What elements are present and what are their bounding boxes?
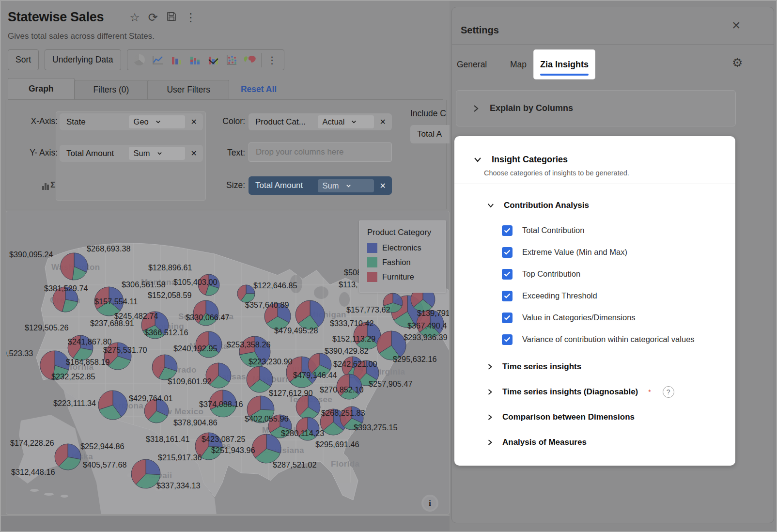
- checkbox-checked-icon[interactable]: [502, 291, 513, 301]
- sales-value-label: $405,577.68: [83, 460, 127, 469]
- bar-chart-icon[interactable]: [167, 51, 186, 69]
- collapsed-section-row[interactable]: Time series insights: [487, 354, 720, 379]
- legend-entry: Fashion: [367, 257, 439, 267]
- remove-size-icon[interactable]: ✕: [378, 181, 388, 190]
- checkbox-checked-icon[interactable]: [502, 334, 513, 345]
- summary-sigma-icon[interactable]: Σ: [42, 180, 55, 190]
- state-pie[interactable]: [252, 434, 281, 463]
- sales-value-label: $152,058.59: [148, 291, 192, 299]
- sales-value-label: $295,632.16: [393, 355, 437, 363]
- state-pie[interactable]: [152, 355, 177, 380]
- include-column-pill[interactable]: Total A: [410, 125, 450, 143]
- size-pill[interactable]: Total Amount Sum ✕: [249, 176, 392, 195]
- required-asterisk: *: [648, 388, 651, 396]
- color-label: Color:: [202, 116, 245, 126]
- legend-swatch: [367, 257, 377, 267]
- chart-config-panel: X-Axis: State Geo ✕ Y- Axis: Total Amoun…: [5, 100, 447, 209]
- y-axis-pill[interactable]: Total Amount Sum ✕: [60, 145, 203, 162]
- pie-chart-icon[interactable]: [130, 51, 149, 69]
- sales-value-label: $378,904.86: [173, 418, 218, 427]
- line-chart-icon[interactable]: [149, 51, 167, 69]
- report-area: Statewise Sales ☆ ⟳ ⋮ Gives total sales …: [1, 1, 450, 532]
- x-axis-pill[interactable]: State Geo ✕: [60, 113, 203, 130]
- stacked-bar-chart-icon[interactable]: [186, 51, 204, 69]
- sales-value-label: $381,529.74: [44, 284, 88, 293]
- gear-icon[interactable]: ⚙: [732, 56, 743, 70]
- legend-label: Electronics: [382, 243, 421, 252]
- remove-color-icon[interactable]: ✕: [378, 117, 388, 126]
- contribution-analysis-header[interactable]: Contribution Analysis: [487, 201, 589, 210]
- more-options-icon[interactable]: ⋮: [185, 12, 197, 23]
- section-label: Comparison between Dimensions: [502, 412, 635, 422]
- x-axis-agg-dropdown[interactable]: Geo: [129, 115, 185, 128]
- checkbox-checked-icon[interactable]: [502, 225, 513, 236]
- collapsed-section-row[interactable]: Analysis of Measures: [487, 430, 720, 455]
- color-agg-dropdown[interactable]: Actual: [318, 115, 374, 128]
- sales-value-label: $215,917.36: [158, 453, 202, 462]
- y-axis-agg-dropdown[interactable]: Sum: [129, 147, 185, 160]
- insight-checkbox-row[interactable]: Total Contribution: [502, 219, 715, 241]
- state-pie[interactable]: [296, 395, 320, 419]
- sales-value-label: $275,531.70: [103, 345, 147, 354]
- tab-user-filters[interactable]: User Filters: [148, 80, 229, 99]
- sales-value-label: $113,: [339, 280, 358, 289]
- checkbox-checked-icon[interactable]: [502, 247, 513, 258]
- state-pie[interactable]: [98, 391, 127, 420]
- checkbox-label: Total Contribution: [522, 225, 584, 235]
- reset-all-link[interactable]: Reset All: [241, 84, 277, 94]
- checkbox-checked-icon[interactable]: [502, 313, 513, 323]
- save-icon[interactable]: [166, 11, 177, 24]
- tab-graph[interactable]: Graph: [8, 78, 75, 99]
- color-pill[interactable]: Product Cat... Actual ✕: [249, 113, 392, 130]
- x-axis-label: X-Axis:: [14, 116, 58, 126]
- tab-zia-insights[interactable]: Zia Insights: [534, 50, 595, 79]
- favorite-star-icon[interactable]: ☆: [129, 12, 140, 23]
- sales-value-label: $242,621.00: [333, 360, 377, 368]
- state-pie[interactable]: [295, 300, 325, 329]
- insight-categories-header[interactable]: Insight Categories: [474, 155, 568, 165]
- insight-checkbox-row[interactable]: Value in Categories/Dimensions: [502, 307, 715, 329]
- sort-button[interactable]: Sort: [8, 49, 39, 70]
- more-chart-types-icon[interactable]: ⋮: [264, 54, 281, 66]
- state-pie[interactable]: [131, 459, 160, 488]
- insight-checkbox-row[interactable]: Top Contribution: [502, 263, 715, 285]
- remove-x-axis-icon[interactable]: ✕: [189, 117, 199, 126]
- collapsed-section-row[interactable]: Comparison between Dimensions: [487, 405, 720, 430]
- section-label: Analysis of Measures: [502, 438, 587, 447]
- explain-by-columns-section[interactable]: Explain by Columns: [456, 90, 736, 126]
- remove-y-axis-icon[interactable]: ✕: [189, 149, 199, 158]
- geo-map-chart[interactable]: WashingtonOregonMontanaSouth DakotaWyomi…: [6, 211, 450, 515]
- help-icon[interactable]: ?: [663, 386, 674, 398]
- refresh-icon[interactable]: ⟳: [148, 12, 158, 23]
- text-drop-zone[interactable]: Drop your columns here: [249, 142, 392, 162]
- collapsed-section-row[interactable]: Time series insights (Diagnosable)*?: [487, 379, 720, 405]
- chevron-down-icon: [474, 156, 482, 163]
- sales-value-label: $139,791.5: [417, 309, 450, 317]
- checkbox-label: Extreme Value (Min and Max): [522, 247, 627, 257]
- insight-checkbox-row[interactable]: Exceeding Threshold: [502, 285, 715, 307]
- state-pie[interactable]: [61, 253, 88, 280]
- underlying-data-button[interactable]: Underlying Data: [45, 49, 121, 70]
- info-icon[interactable]: i: [423, 497, 436, 510]
- sales-value-label: $152,113.29: [332, 334, 375, 343]
- close-icon[interactable]: ×: [732, 18, 741, 32]
- checkbox-checked-icon[interactable]: [502, 269, 513, 280]
- bar-line-chart-icon[interactable]: [204, 51, 222, 69]
- insight-checkbox-row[interactable]: Extreme Value (Min and Max): [502, 241, 715, 263]
- sales-value-label: $280,114.23: [281, 429, 324, 438]
- checkbox-label: Exceeding Threshold: [522, 290, 597, 301]
- sales-value-label: $268,251.83: [321, 408, 365, 417]
- scatter-chart-icon[interactable]: [222, 51, 241, 69]
- chevron-right-icon: [487, 414, 493, 421]
- geo-map-chart-icon[interactable]: [241, 51, 259, 69]
- tab-map[interactable]: Map: [510, 50, 527, 79]
- sales-value-label: $127,612.90: [269, 389, 313, 397]
- state-pie[interactable]: [237, 285, 255, 302]
- insight-checkbox-row[interactable]: Variance of contribution within categori…: [502, 329, 715, 350]
- size-agg-dropdown[interactable]: Sum: [318, 179, 374, 192]
- checkbox-label: Value in Categories/Dimensions: [522, 312, 636, 323]
- sales-value-label: $164,858.19: [66, 358, 110, 366]
- tab-filters[interactable]: Filters (0): [75, 80, 148, 99]
- tab-general[interactable]: General: [457, 50, 487, 79]
- state-pie[interactable]: [55, 444, 81, 470]
